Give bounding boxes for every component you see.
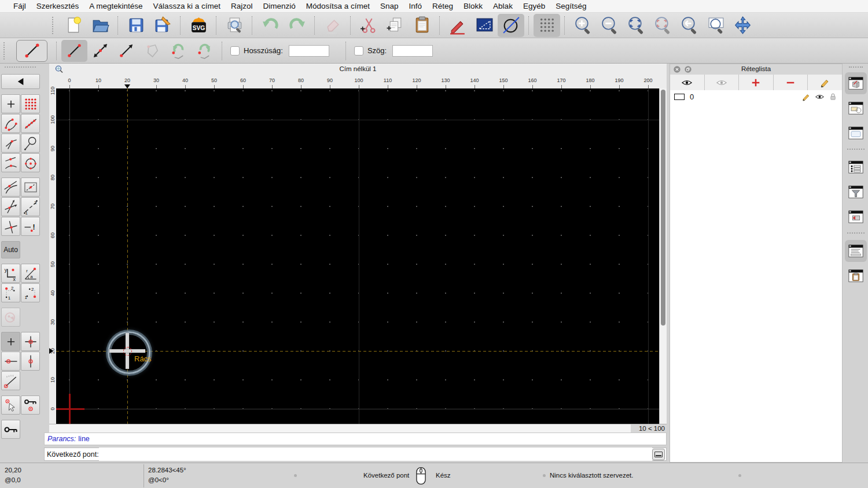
menu-szerkesztes[interactable]: Szerkesztés bbox=[31, 2, 84, 10]
menu-dimenzio[interactable]: Dimenzió bbox=[258, 2, 300, 10]
eye-icon[interactable] bbox=[815, 92, 825, 102]
horizontal-scrollbar[interactable] bbox=[49, 424, 631, 432]
grid-dot bbox=[387, 293, 388, 294]
unlock-relative-zero-button[interactable] bbox=[1, 420, 20, 439]
snap-on-entity-button[interactable] bbox=[21, 114, 40, 133]
snap-tangent-button[interactable] bbox=[1, 178, 20, 197]
menu-ablak[interactable]: Ablak bbox=[488, 2, 518, 10]
menu-blokk[interactable]: Blokk bbox=[458, 2, 488, 10]
zoom-window-button[interactable] bbox=[703, 14, 729, 37]
vertical-scrollbar-thumb[interactable] bbox=[661, 90, 665, 326]
snap-distance-button[interactable] bbox=[21, 134, 40, 153]
pencil-icon[interactable] bbox=[801, 92, 811, 102]
selection-button[interactable] bbox=[471, 14, 498, 37]
set-relative-zero-button[interactable] bbox=[1, 395, 20, 415]
angle-checkbox[interactable] bbox=[354, 46, 363, 56]
dock-block-list-button[interactable] bbox=[845, 97, 867, 119]
pen-button[interactable] bbox=[444, 14, 471, 37]
save-as-button[interactable] bbox=[149, 14, 176, 37]
copy-button[interactable] bbox=[382, 14, 409, 37]
ordinal-second-button[interactable] bbox=[21, 283, 40, 302]
dock-clipboard-button[interactable] bbox=[845, 265, 867, 287]
dock-entity-list-button[interactable] bbox=[845, 156, 867, 178]
coordinate-polar-button[interactable] bbox=[21, 264, 40, 283]
remove-layer-button[interactable] bbox=[774, 75, 808, 90]
angle-snap-button[interactable] bbox=[1, 371, 20, 390]
zoom-pan-button[interactable] bbox=[729, 14, 756, 37]
redo-button[interactable] bbox=[284, 14, 310, 37]
dock-library-button[interactable] bbox=[845, 122, 867, 144]
snap-intersection-manual-button[interactable] bbox=[21, 217, 40, 236]
relative-zero-both-button[interactable] bbox=[21, 332, 40, 351]
save-button[interactable] bbox=[123, 14, 149, 37]
auto-snap-button[interactable]: Auto bbox=[1, 241, 20, 258]
zoom-out-button[interactable] bbox=[596, 14, 623, 37]
intersect-icon bbox=[3, 219, 19, 235]
keyboard-toggle-button[interactable] bbox=[652, 449, 665, 460]
menu-fajl[interactable]: Fájl bbox=[8, 2, 31, 10]
svg-export-button[interactable] bbox=[185, 14, 212, 37]
grid-toggle-button[interactable] bbox=[534, 14, 560, 37]
menu-snap[interactable]: Snap bbox=[375, 2, 404, 10]
tool-line-angle-button[interactable] bbox=[87, 40, 113, 62]
snap-auto-intersection-button[interactable] bbox=[21, 178, 40, 197]
restrict-orthogonal-button[interactable] bbox=[1, 197, 20, 216]
snap-center-button[interactable] bbox=[21, 153, 40, 172]
undo-segment-button[interactable] bbox=[165, 40, 192, 62]
length-input[interactable] bbox=[289, 45, 329, 57]
command-input[interactable] bbox=[99, 448, 652, 461]
hide-all-layers-button[interactable] bbox=[705, 75, 740, 90]
snap-middle-button[interactable] bbox=[1, 153, 20, 172]
zoom-back-button[interactable] bbox=[676, 14, 703, 37]
snap-grid-button[interactable] bbox=[21, 94, 40, 113]
menu-info[interactable]: Infó bbox=[404, 2, 428, 10]
length-checkbox[interactable] bbox=[230, 46, 240, 56]
menu-rajzol[interactable]: Rajzol bbox=[226, 2, 258, 10]
layer-color-swatch[interactable] bbox=[674, 94, 685, 100]
cut-button[interactable] bbox=[355, 14, 382, 37]
draft-mode-button[interactable] bbox=[498, 14, 524, 37]
relative-zero-free-button[interactable] bbox=[1, 332, 20, 351]
zoom-auto-button[interactable] bbox=[623, 14, 649, 37]
layer-row[interactable]: 0 bbox=[670, 90, 842, 103]
zoom-in-button[interactable] bbox=[569, 14, 596, 37]
lock-relative-zero-button[interactable] bbox=[21, 395, 40, 415]
open-file-button[interactable] bbox=[87, 14, 113, 37]
undo-button[interactable] bbox=[257, 14, 284, 37]
dock-command-button[interactable] bbox=[845, 240, 867, 262]
snap-perpendicular-button[interactable] bbox=[1, 134, 20, 153]
redo-segment-button[interactable] bbox=[192, 40, 218, 62]
back-button[interactable] bbox=[1, 74, 40, 89]
snap-endpoints-button[interactable] bbox=[1, 114, 20, 133]
tool-line-ray-button[interactable] bbox=[113, 40, 139, 62]
dock-layer-list-button[interactable] bbox=[845, 72, 867, 94]
menu-egyeb[interactable]: Egyéb bbox=[518, 2, 550, 10]
show-all-layers-button[interactable] bbox=[670, 75, 705, 90]
snap-free-button[interactable] bbox=[1, 94, 20, 113]
angle-input[interactable] bbox=[392, 45, 433, 57]
lock-icon[interactable] bbox=[828, 92, 838, 102]
drawing-canvas[interactable]: Rács bbox=[56, 88, 659, 424]
dock-filter-button[interactable] bbox=[845, 181, 867, 203]
edit-layer-button[interactable] bbox=[808, 75, 842, 90]
tool-line-button[interactable] bbox=[61, 40, 87, 62]
paste-button[interactable] bbox=[409, 14, 435, 37]
dock-named-views-button[interactable] bbox=[845, 206, 867, 228]
ordinal-first-button[interactable] bbox=[1, 283, 20, 302]
menu-segitseg[interactable]: Segítség bbox=[550, 2, 591, 10]
menu-reteg[interactable]: Réteg bbox=[427, 2, 458, 10]
snap-divide-button[interactable] bbox=[21, 197, 40, 216]
menu-valassza-ki-a-cimet[interactable]: Válassza ki a címet bbox=[148, 2, 226, 10]
vertical-scrollbar[interactable] bbox=[659, 88, 667, 424]
print-preview-button[interactable] bbox=[221, 14, 248, 37]
new-file-button[interactable] bbox=[60, 14, 87, 37]
menu-a-megtekintese[interactable]: A megtekintése bbox=[84, 2, 148, 10]
relative-zero-horizontal-button[interactable] bbox=[1, 352, 20, 371]
coordinate-cartesian-button[interactable] bbox=[1, 264, 20, 283]
relative-zero-vertical-button[interactable] bbox=[21, 352, 40, 371]
add-layer-button[interactable] bbox=[739, 75, 774, 90]
snap-intersection-button[interactable] bbox=[1, 217, 20, 236]
grid-dot bbox=[445, 321, 446, 323]
menu-modositsa-a-cimet[interactable]: Módosítsa a címet bbox=[301, 2, 375, 10]
grid-dot bbox=[271, 90, 273, 91]
